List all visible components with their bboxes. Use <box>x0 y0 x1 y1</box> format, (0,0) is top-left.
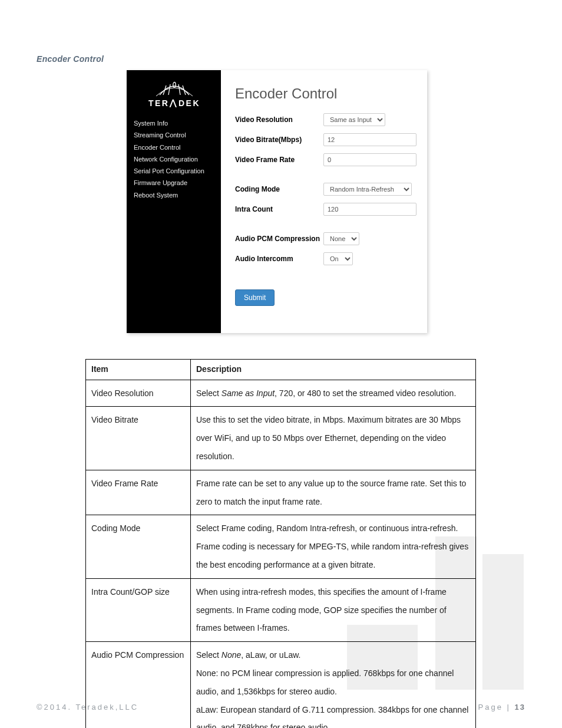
label-coding-mode: Coding Mode <box>235 185 323 193</box>
row-video-resolution: Video Resolution Same as Input <box>235 113 416 127</box>
input-video-framerate[interactable] <box>323 153 416 166</box>
header-item: Item <box>86 360 191 380</box>
main-content: Encoder Control Video Resolution Same as… <box>221 70 427 333</box>
svg-line-3 <box>178 84 180 95</box>
logo-graphic <box>148 81 201 97</box>
section-title: Encoder Control <box>37 54 104 64</box>
logo: TER⋀DEK <box>134 81 215 108</box>
sidebar-item-encoder-control[interactable]: Encoder Control <box>134 141 215 153</box>
description-table: Item Description Video Resolution Select… <box>85 359 476 728</box>
label-video-bitrate: Video Bitrate(Mbps) <box>235 136 323 144</box>
label-intra-count: Intra Count <box>235 205 323 213</box>
cell-item: Video Bitrate <box>86 407 191 470</box>
label-video-resolution: Video Resolution <box>235 116 323 124</box>
cell-description: Frame rate can be set to any value up to… <box>191 470 476 515</box>
label-audio-intercomm: Audio Intercomm <box>235 255 323 263</box>
label-video-framerate: Video Frame Rate <box>235 156 323 164</box>
footer: ©2014. Teradek,LLC Page | 13 <box>37 703 525 711</box>
cell-item: Coding Mode <box>86 515 191 578</box>
cell-item: Intra Count/GOP size <box>86 578 191 641</box>
sidebar-item-firmware-upgrade[interactable]: Firmware Upgrade <box>134 177 215 189</box>
sidebar-item-streaming-control[interactable]: Streaming Control <box>134 129 215 141</box>
row-video-bitrate: Video Bitrate(Mbps) <box>235 133 416 147</box>
footer-page: Page | 13 <box>478 703 525 711</box>
cell-description: Select Same as Input, 720, or 480 to set… <box>191 380 476 407</box>
cell-description: Select Frame coding, Random Intra-refres… <box>191 515 476 578</box>
footer-copyright: ©2014. Teradek,LLC <box>37 703 138 711</box>
cell-item: Video Frame Rate <box>86 470 191 515</box>
table-row: Video Frame Rate Frame rate can be set t… <box>86 470 476 515</box>
sidebar-item-network-configuration[interactable]: Network Configuration <box>134 153 215 165</box>
sidebar: TER⋀DEK System Info Streaming Control En… <box>127 70 221 333</box>
select-audio-pcm[interactable]: None <box>323 232 359 245</box>
svg-line-1 <box>163 85 166 95</box>
label-audio-pcm: Audio PCM Compression <box>235 235 323 243</box>
cell-description: When using intra-refresh modes, this spe… <box>191 578 476 641</box>
cell-description: Select None, aLaw, or uLaw. None: no PCM… <box>191 642 476 728</box>
svg-point-0 <box>173 83 176 88</box>
cell-description: Use this to set the video bitrate, in Mb… <box>191 407 476 470</box>
page-title: Encoder Control <box>235 85 416 102</box>
table-header-row: Item Description <box>86 360 476 380</box>
table-row: Audio PCM Compression Select None, aLaw,… <box>86 642 476 728</box>
cell-item: Audio PCM Compression <box>86 642 191 728</box>
svg-line-4 <box>183 85 186 95</box>
row-coding-mode: Coding Mode Random Intra-Refresh <box>235 182 416 196</box>
submit-button[interactable]: Submit <box>235 289 275 306</box>
select-video-resolution[interactable]: Same as Input <box>323 113 385 126</box>
select-coding-mode[interactable]: Random Intra-Refresh <box>323 183 412 196</box>
sidebar-item-system-info[interactable]: System Info <box>134 117 215 129</box>
table-row: Intra Count/GOP size When using intra-re… <box>86 578 476 641</box>
input-intra-count[interactable] <box>323 203 416 216</box>
svg-line-2 <box>168 84 170 95</box>
row-audio-intercomm: Audio Intercomm On <box>235 252 416 266</box>
app-panel: TER⋀DEK System Info Streaming Control En… <box>127 70 427 333</box>
row-intra-count: Intra Count <box>235 202 416 216</box>
sidebar-item-serial-port-configuration[interactable]: Serial Port Configuration <box>134 165 215 177</box>
logo-text: TER⋀DEK <box>134 98 215 108</box>
row-video-framerate: Video Frame Rate <box>235 153 416 167</box>
table-row: Video Bitrate Use this to set the video … <box>86 407 476 470</box>
table-row: Coding Mode Select Frame coding, Random … <box>86 515 476 578</box>
header-description: Description <box>191 360 476 380</box>
select-audio-intercomm[interactable]: On <box>323 252 353 265</box>
row-audio-pcm: Audio PCM Compression None <box>235 232 416 246</box>
input-video-bitrate[interactable] <box>323 133 416 146</box>
cell-item: Video Resolution <box>86 380 191 407</box>
sidebar-item-reboot-system[interactable]: Reboot System <box>134 189 215 201</box>
table-row: Video Resolution Select Same as Input, 7… <box>86 380 476 407</box>
